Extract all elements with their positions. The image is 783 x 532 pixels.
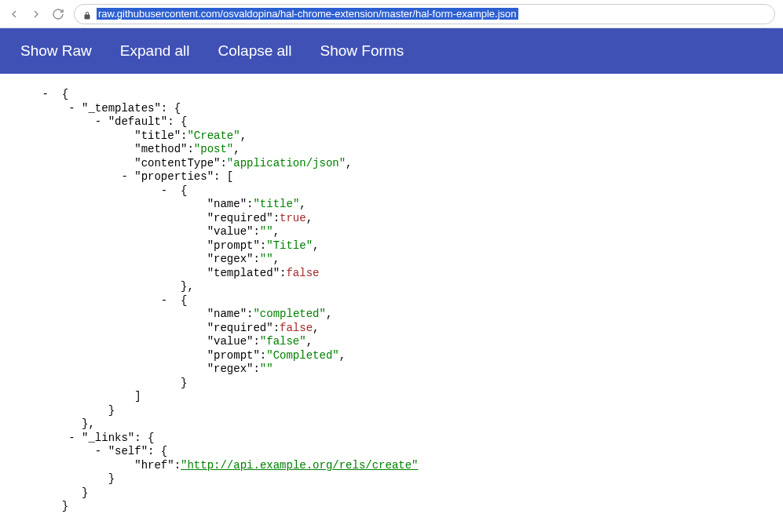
url-text[interactable]: raw.githubusercontent.com/osvaldopina/ha… bbox=[97, 8, 518, 20]
json-line: "title":"Create", bbox=[16, 129, 767, 144]
json-line: "contentType":"application/json", bbox=[16, 157, 767, 171]
json-line: }, bbox=[16, 417, 767, 432]
json-line: "templated":false bbox=[16, 267, 767, 281]
json-line: "required":true, bbox=[16, 212, 767, 226]
collapse-all-button[interactable]: Colapse all bbox=[218, 42, 292, 60]
json-line: - "_templates": { bbox=[16, 102, 767, 116]
json-line: "regex":"" bbox=[16, 363, 767, 377]
collapse-toggle-icon[interactable]: - bbox=[161, 184, 167, 197]
json-line: } bbox=[16, 472, 767, 486]
json-line: "prompt":"Completed", bbox=[16, 349, 767, 363]
json-line: - "default": { bbox=[16, 115, 767, 129]
json-line: "regex":"", bbox=[16, 253, 767, 267]
json-line: - "_links": { bbox=[16, 432, 767, 446]
collapse-toggle-icon[interactable]: - bbox=[68, 102, 75, 115]
json-line: }, bbox=[16, 280, 767, 294]
json-line: "value":"false", bbox=[16, 335, 767, 349]
json-line: "href":"http://api.example.org/rels/crea… bbox=[16, 459, 767, 473]
json-line: "required":false, bbox=[16, 322, 767, 336]
json-line: } bbox=[16, 404, 767, 418]
collapse-toggle-icon[interactable]: - bbox=[121, 170, 127, 183]
collapse-toggle-icon[interactable]: - bbox=[161, 294, 167, 307]
collapse-toggle-icon[interactable]: - bbox=[42, 88, 49, 100]
json-line: } bbox=[16, 486, 767, 501]
collapse-toggle-icon[interactable]: - bbox=[95, 115, 101, 128]
collapse-toggle-icon[interactable]: - bbox=[68, 432, 75, 444]
json-viewer: - { - "_templates": { - "default": { "ti… bbox=[0, 74, 783, 528]
show-raw-button[interactable]: Show Raw bbox=[20, 42, 92, 60]
json-line: "name":"completed", bbox=[16, 308, 767, 322]
json-line: ] bbox=[16, 390, 767, 404]
lock-icon bbox=[82, 9, 92, 19]
json-line: } bbox=[16, 377, 767, 391]
json-line: "name":"title", bbox=[16, 198, 767, 212]
json-line: - "properties": [ bbox=[16, 170, 767, 184]
json-line: - { bbox=[16, 88, 767, 102]
json-line: "value":"", bbox=[16, 225, 767, 239]
json-line: - { bbox=[16, 184, 767, 199]
json-line: "method":"post", bbox=[16, 143, 767, 157]
json-line: - { bbox=[16, 294, 767, 308]
json-line: "prompt":"Title", bbox=[16, 239, 767, 253]
json-line: - "self": { bbox=[16, 445, 767, 459]
address-bar[interactable]: raw.githubusercontent.com/osvaldopina/ha… bbox=[74, 4, 775, 24]
json-line: } bbox=[16, 500, 767, 514]
href-link[interactable]: "http://api.example.org/rels/create" bbox=[181, 459, 418, 472]
reload-icon[interactable] bbox=[52, 8, 64, 20]
collapse-toggle-icon[interactable]: - bbox=[95, 445, 101, 457]
forward-icon[interactable] bbox=[30, 8, 42, 20]
extension-toolbar: Show Raw Expand all Colapse all Show For… bbox=[0, 28, 783, 74]
expand-all-button[interactable]: Expand all bbox=[120, 42, 190, 60]
back-icon[interactable] bbox=[8, 8, 20, 20]
browser-nav-bar: raw.githubusercontent.com/osvaldopina/ha… bbox=[0, 0, 783, 28]
show-forms-button[interactable]: Show Forms bbox=[320, 42, 404, 60]
